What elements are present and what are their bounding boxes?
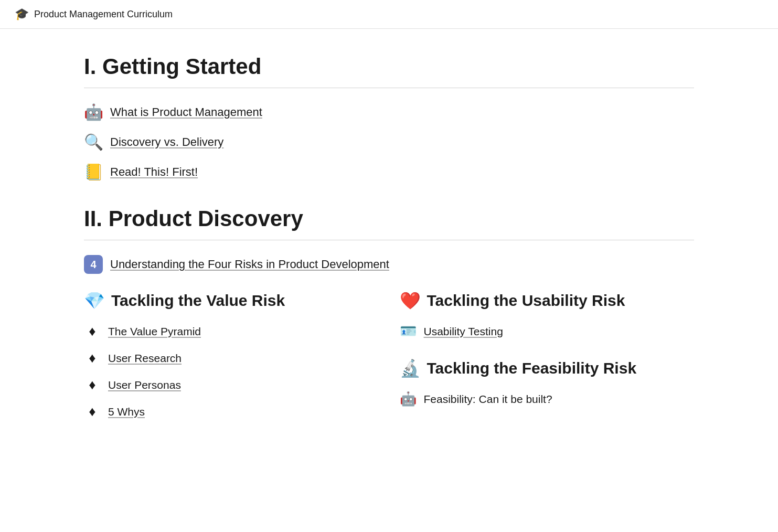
section-getting-started: I. Getting Started 🤖 What is Product Man… — [84, 54, 694, 181]
usability-risk-heading: ❤️ Tackling the Usability Risk — [400, 291, 695, 311]
robot-icon: 🤖 — [400, 391, 417, 407]
column-item-label[interactable]: User Personas — [108, 379, 181, 391]
value-risk-column: 💎 Tackling the Value Risk ♦ The Value Py… — [84, 291, 379, 430]
diamond-blue-icon: 💎 — [84, 291, 105, 311]
column-item-label[interactable]: User Research — [108, 352, 182, 365]
feasibility-risk-heading: 🔬 Tackling the Feasibility Risk — [400, 358, 695, 378]
columns-container: 💎 Tackling the Value Risk ♦ The Value Py… — [84, 291, 694, 430]
number-4-icon: 4 — [84, 255, 103, 274]
value-risk-heading: 💎 Tackling the Value Risk — [84, 291, 379, 311]
section-i-title: I. Getting Started — [84, 54, 694, 79]
list-item[interactable]: 🤖 What is Product Management — [84, 103, 694, 121]
heart-red-icon: ❤️ — [400, 291, 421, 311]
discovery-icon: 🔍 — [84, 133, 103, 151]
product-mgmt-icon: 🤖 — [84, 103, 103, 121]
diamond-outline-icon: ♦ — [84, 323, 101, 339]
column-item-label[interactable]: 5 Whys — [108, 406, 145, 418]
list-item[interactable]: ♦ User Personas — [84, 377, 379, 393]
section-ii-divider — [84, 240, 694, 240]
diamond-outline-icon: ♦ — [84, 403, 101, 420]
column-item-label[interactable]: Usability Testing — [424, 325, 503, 338]
list-item[interactable]: 🪪 Usability Testing — [400, 323, 695, 339]
section-product-discovery: II. Product Discovery 4 Understanding th… — [84, 206, 694, 274]
section-ii-title: II. Product Discovery — [84, 206, 694, 231]
list-item[interactable]: 4 Understanding the Four Risks in Produc… — [84, 255, 694, 274]
microscope-icon: 🔬 — [400, 358, 421, 378]
column-item-label[interactable]: The Value Pyramid — [108, 325, 201, 338]
diamond-outline-icon: ♦ — [84, 377, 101, 393]
curriculum-item-label[interactable]: Understanding the Four Risks in Product … — [110, 258, 389, 271]
read-icon: 📒 — [84, 163, 103, 181]
app-title: Product Management Curriculum — [34, 9, 173, 20]
list-item[interactable]: ♦ User Research — [84, 350, 379, 366]
list-item[interactable]: ♦ 5 Whys — [84, 403, 379, 420]
curriculum-item-label[interactable]: What is Product Management — [110, 105, 262, 119]
list-item[interactable]: 📒 Read! This! First! — [84, 163, 694, 181]
diamond-outline-icon: ♦ — [84, 350, 101, 366]
main-content: I. Getting Started 🤖 What is Product Man… — [0, 29, 778, 455]
top-bar: 🎓 Product Management Curriculum — [0, 0, 778, 29]
list-item: 🤖 Feasibility: Can it be built? — [400, 391, 695, 407]
curriculum-item-label[interactable]: Discovery vs. Delivery — [110, 135, 223, 149]
id-card-icon: 🪪 — [400, 323, 417, 339]
list-item[interactable]: ♦ The Value Pyramid — [84, 323, 379, 339]
feasibility-risk-title: Tackling the Feasibility Risk — [427, 359, 637, 377]
value-risk-title: Tackling the Value Risk — [111, 292, 285, 310]
feasibility-item-label: Feasibility: Can it be built? — [424, 393, 552, 406]
curriculum-item-label[interactable]: Read! This! First! — [110, 165, 198, 179]
list-item[interactable]: 🔍 Discovery vs. Delivery — [84, 133, 694, 151]
logo-icon: 🎓 — [15, 7, 29, 21]
section-i-divider — [84, 88, 694, 88]
usability-risk-title: Tackling the Usability Risk — [427, 292, 625, 310]
usability-risk-column: ❤️ Tackling the Usability Risk 🪪 Usabili… — [400, 291, 695, 430]
